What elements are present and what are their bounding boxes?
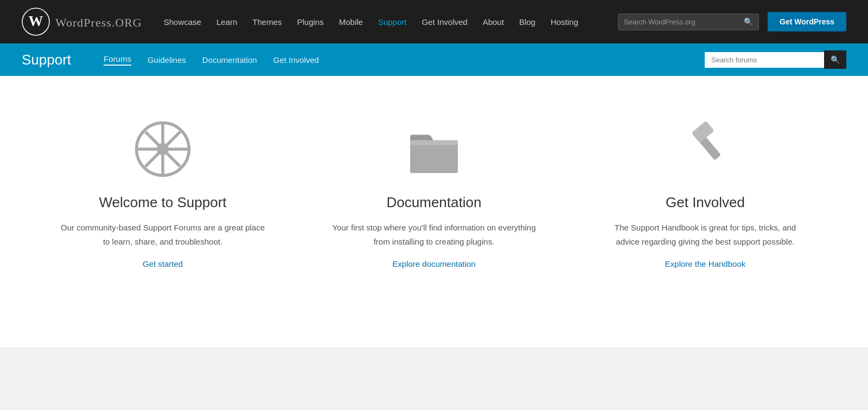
support-nav: Forums Guidelines Documentation Get Invo… [104, 54, 705, 66]
top-navigation: W WordPress.ORG Showcase Learn Themes Pl… [0, 0, 868, 43]
site-search-input[interactable] [624, 18, 744, 26]
logo-wordpress: WordPress [55, 16, 112, 29]
documentation-card-desc: Your first stop where you'll find inform… [331, 221, 537, 248]
main-content: Welcome to Support Our community-based S… [0, 76, 868, 347]
get-involved-card-desc: The Support Handbook is great for tips, … [602, 221, 808, 248]
forums-search-button[interactable]: 🔍 [824, 50, 846, 69]
nav-mobile[interactable]: Mobile [339, 17, 363, 27]
nav-hosting[interactable]: Hosting [551, 17, 578, 27]
nav-showcase[interactable]: Showcase [164, 17, 201, 27]
nav-plugins[interactable]: Plugins [297, 17, 324, 27]
site-search-icon[interactable]: 🔍 [744, 17, 753, 27]
support-card-link[interactable]: Get started [143, 259, 183, 268]
logo-text: WordPress.ORG [55, 13, 142, 30]
documentation-card-title: Documentation [387, 194, 482, 211]
svg-text:W: W [28, 13, 43, 29]
get-involved-icon [675, 119, 735, 179]
wordpress-logo-icon: W [22, 8, 50, 36]
forums-search-container: 🔍 [705, 50, 846, 69]
logo-org: .ORG [112, 16, 142, 29]
svg-rect-11 [691, 121, 714, 143]
nav-themes[interactable]: Themes [252, 17, 282, 27]
svg-rect-9 [410, 140, 458, 145]
get-wordpress-button[interactable]: Get WordPress [768, 12, 846, 31]
documentation-icon [404, 119, 464, 179]
support-bar: Support Forums Guidelines Documentation … [0, 43, 868, 76]
site-search-container: 🔍 [618, 14, 759, 30]
get-involved-card-link[interactable]: Explore the Handbook [665, 259, 745, 268]
documentation-card: Documentation Your first stop where you'… [298, 108, 570, 279]
nav-about[interactable]: About [483, 17, 504, 27]
support-nav-get-involved[interactable]: Get Involved [273, 55, 319, 65]
documentation-card-link[interactable]: Explore documentation [392, 259, 475, 268]
get-involved-card: Get Involved The Support Handbook is gre… [570, 108, 841, 279]
support-card-title: Welcome to Support [99, 194, 226, 211]
svg-rect-8 [410, 142, 458, 173]
nav-right: 🔍 Get WordPress [618, 12, 846, 31]
support-icon [133, 119, 193, 179]
nav-blog[interactable]: Blog [519, 17, 535, 27]
nav-learn[interactable]: Learn [216, 17, 237, 27]
nav-get-involved[interactable]: Get Involved [422, 17, 467, 27]
get-involved-card-title: Get Involved [666, 194, 745, 211]
support-bar-title: Support [22, 52, 71, 68]
main-nav: Showcase Learn Themes Plugins Mobile Sup… [164, 17, 578, 27]
nav-support[interactable]: Support [378, 17, 407, 27]
logo-area[interactable]: W WordPress.ORG [22, 8, 142, 36]
support-card-desc: Our community-based Support Forums are a… [60, 221, 266, 248]
support-nav-forums[interactable]: Forums [104, 54, 131, 66]
support-nav-documentation[interactable]: Documentation [202, 55, 257, 65]
forums-search-input[interactable] [705, 52, 824, 68]
support-nav-guidelines[interactable]: Guidelines [148, 55, 186, 65]
support-card: Welcome to Support Our community-based S… [27, 108, 298, 279]
